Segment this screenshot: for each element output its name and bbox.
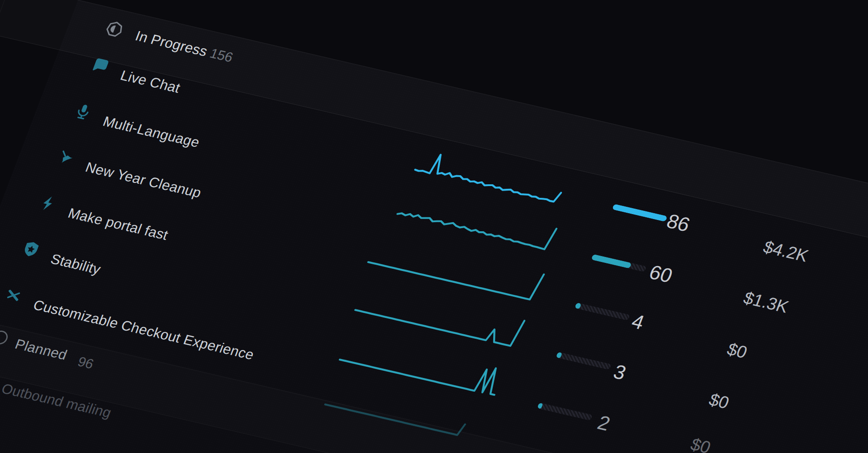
vote-progress-track [591, 254, 646, 272]
group-band-planned [0, 285, 868, 453]
feature-sparkline [414, 149, 565, 206]
revenue-value: $0 [688, 434, 713, 453]
group-count-planned: 96 [75, 354, 96, 372]
feature-label[interactable]: Multi-Language [101, 113, 202, 151]
vote-progress-track [575, 302, 630, 320]
feature-rows: Live Chat 86 $4.2K Multi-Language 60 $1.… [78, 0, 868, 264]
feature-sparkline [324, 384, 468, 439]
roadmap-panel: In Progress 156 Planned 96 Outbound mail… [0, 0, 868, 453]
screenshot-stage: In Progress 156 Planned 96 Outbound mail… [0, 0, 868, 453]
feature-label-outbound-mailing[interactable]: Outbound mailing [0, 381, 114, 421]
revenue-value: $4.2K [760, 237, 811, 266]
group-header-in-progress[interactable]: In Progress [133, 28, 210, 60]
vote-progress-fill [575, 302, 581, 309]
feature-label[interactable]: Make portal fast [66, 205, 170, 243]
revenue-value: $0 [706, 390, 731, 412]
circle-outline-icon [0, 327, 13, 348]
vote-progress-track [612, 204, 668, 222]
feature-sparkline [354, 283, 525, 350]
design-tools-icon [1, 285, 25, 306]
column-separator [0, 0, 11, 34]
microphone-icon [71, 101, 95, 122]
vote-progress-fill [556, 352, 562, 359]
vote-count: 3 [610, 360, 629, 384]
broom-icon [54, 147, 78, 168]
vote-progress-track [537, 402, 593, 420]
shield-star-icon [19, 239, 43, 260]
lightning-bolt-icon [36, 193, 60, 214]
revenue-value: $1.3K [741, 288, 791, 317]
vote-count: 2 [594, 411, 613, 435]
chat-bubble-icon [89, 55, 113, 76]
vote-count: 86 [664, 210, 693, 236]
feature-sparkline [339, 333, 504, 398]
vote-progress-fill [537, 402, 543, 409]
vote-progress-fill [591, 254, 632, 268]
progress-status-icon [102, 18, 127, 40]
vote-count: 4 [628, 310, 647, 334]
group-count-in-progress: 156 [208, 46, 235, 65]
vote-progress-fill [612, 204, 668, 222]
feature-row: Make portal fast 3 $0 [0, 0, 868, 453]
group-header-planned[interactable]: Planned [13, 336, 69, 363]
vote-progress-track [556, 352, 612, 370]
feature-label[interactable]: Stability [48, 251, 103, 278]
feature-label[interactable]: Live Chat [118, 67, 183, 96]
revenue-value: $0 [724, 340, 750, 362]
feature-sparkline [396, 192, 557, 253]
feature-sparkline [367, 235, 544, 304]
feature-label[interactable]: New Year Cleanup [83, 159, 204, 201]
vote-count: 60 [646, 261, 675, 287]
